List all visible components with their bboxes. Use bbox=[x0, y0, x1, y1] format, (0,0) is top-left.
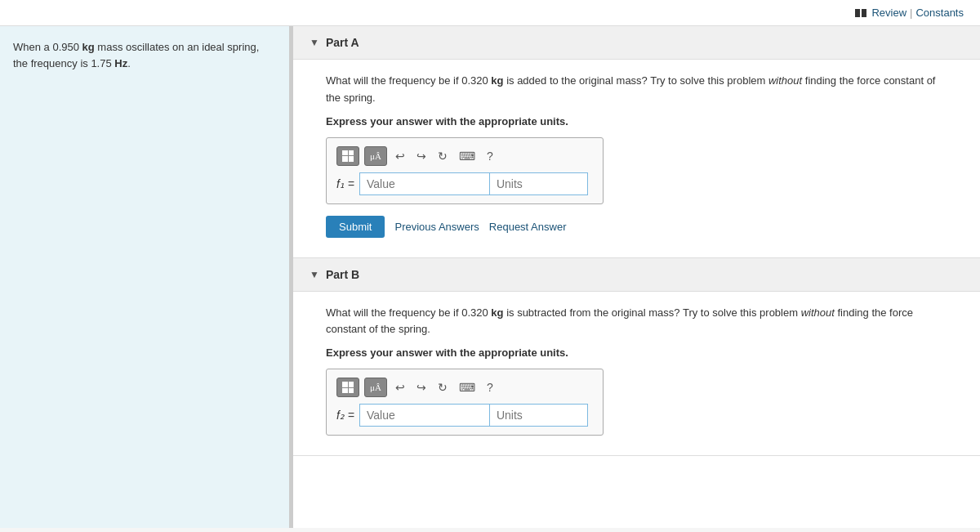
part-b-section: ▼ Part B What will the frequency be if 0… bbox=[293, 258, 980, 457]
part-a-value-input[interactable] bbox=[359, 172, 490, 195]
part-b-chevron-icon: ▼ bbox=[310, 269, 319, 280]
part-b-undo-button[interactable]: ↩ bbox=[392, 379, 408, 396]
part-b-toolbar: μÂ ↩ ↪ ↻ ⌨ ? bbox=[336, 378, 593, 397]
top-bar-links: Review | Constants bbox=[855, 7, 964, 19]
part-a-prev-answers-link[interactable]: Previous Answers bbox=[394, 221, 479, 233]
part-b-answer-box: μÂ ↩ ↪ ↻ ⌨ ? f₂ = bbox=[326, 369, 604, 436]
part-b-body: What will the frequency be if 0.320 kg i… bbox=[293, 292, 980, 456]
top-bar: Review | Constants bbox=[0, 0, 980, 26]
part-a-header[interactable]: ▼ Part A bbox=[293, 26, 980, 60]
part-b-refresh-button[interactable]: ↻ bbox=[434, 379, 451, 396]
part-a-input-row: f₁ = bbox=[336, 172, 593, 195]
part-a-toolbar: μÂ ↩ ↪ ↻ ⌨ ? bbox=[336, 146, 593, 166]
part-a-chevron-icon: ▼ bbox=[310, 37, 319, 48]
part-a-section: ▼ Part A What will the frequency be if 0… bbox=[293, 26, 980, 258]
part-b-keyboard-button[interactable]: ⌨ bbox=[456, 379, 479, 396]
sidebar: When a 0.950 kg mass oscillates on an id… bbox=[0, 26, 290, 528]
part-a-question: What will the frequency be if 0.320 kg i… bbox=[326, 73, 947, 107]
part-a-keyboard-button[interactable]: ⌨ bbox=[456, 148, 479, 164]
part-a-submit-button[interactable]: Submit bbox=[326, 216, 385, 238]
layout: When a 0.950 kg mass oscillates on an id… bbox=[0, 26, 980, 528]
part-b-units-input[interactable] bbox=[490, 404, 588, 427]
part-b-mu-icon: μÂ bbox=[370, 382, 381, 392]
review-icon bbox=[855, 9, 866, 17]
part-a-units-input[interactable] bbox=[490, 172, 588, 195]
part-b-grid-icon bbox=[342, 382, 354, 393]
part-a-answer-box: μÂ ↩ ↪ ↻ ⌨ ? f₁ = bbox=[326, 137, 604, 204]
part-a-express: Express your answer with the appropriate… bbox=[326, 115, 947, 127]
part-b-input-row: f₂ = bbox=[336, 404, 593, 427]
separator: | bbox=[910, 7, 912, 19]
part-a-request-answer-link[interactable]: Request Answer bbox=[489, 221, 567, 233]
main-content: ▼ Part A What will the frequency be if 0… bbox=[293, 26, 980, 528]
part-b-mu-button[interactable]: μÂ bbox=[364, 378, 387, 397]
part-b-redo-button[interactable]: ↪ bbox=[413, 379, 430, 396]
sidebar-text-line1: When a 0.950 kg mass oscillates on an id… bbox=[13, 41, 259, 53]
part-a-action-row: Submit Previous Answers Request Answer bbox=[326, 216, 947, 238]
part-b-question: What will the frequency be if 0.320 kg i… bbox=[326, 305, 947, 339]
part-a-mu-icon: μÂ bbox=[370, 151, 381, 161]
part-a-redo-button[interactable]: ↪ bbox=[413, 148, 430, 164]
part-a-title: Part A bbox=[326, 36, 359, 49]
part-a-body: What will the frequency be if 0.320 kg i… bbox=[293, 60, 980, 257]
part-a-help-button[interactable]: ? bbox=[483, 148, 497, 164]
review-link[interactable]: Review bbox=[871, 7, 906, 19]
part-b-express: Express your answer with the appropriate… bbox=[326, 346, 947, 359]
part-b-value-input[interactable] bbox=[359, 404, 490, 427]
part-a-variable-label: f₁ = bbox=[336, 177, 354, 190]
part-b-header[interactable]: ▼ Part B bbox=[293, 258, 980, 292]
sidebar-text: When a 0.950 kg mass oscillates on an id… bbox=[13, 39, 276, 71]
part-a-grid-icon bbox=[342, 150, 354, 162]
sidebar-text-line2: the frequency is 1.75 Hz. bbox=[13, 57, 131, 69]
part-a-refresh-button[interactable]: ↻ bbox=[434, 148, 451, 164]
part-b-help-button[interactable]: ? bbox=[483, 379, 497, 396]
part-a-mu-button[interactable]: μÂ bbox=[364, 146, 387, 166]
part-a-grid-button[interactable] bbox=[336, 146, 359, 166]
part-b-title: Part B bbox=[326, 268, 359, 281]
part-b-grid-button[interactable] bbox=[336, 378, 359, 397]
part-b-variable-label: f₂ = bbox=[336, 409, 354, 422]
part-a-undo-button[interactable]: ↩ bbox=[392, 148, 408, 164]
constants-link[interactable]: Constants bbox=[915, 7, 964, 19]
